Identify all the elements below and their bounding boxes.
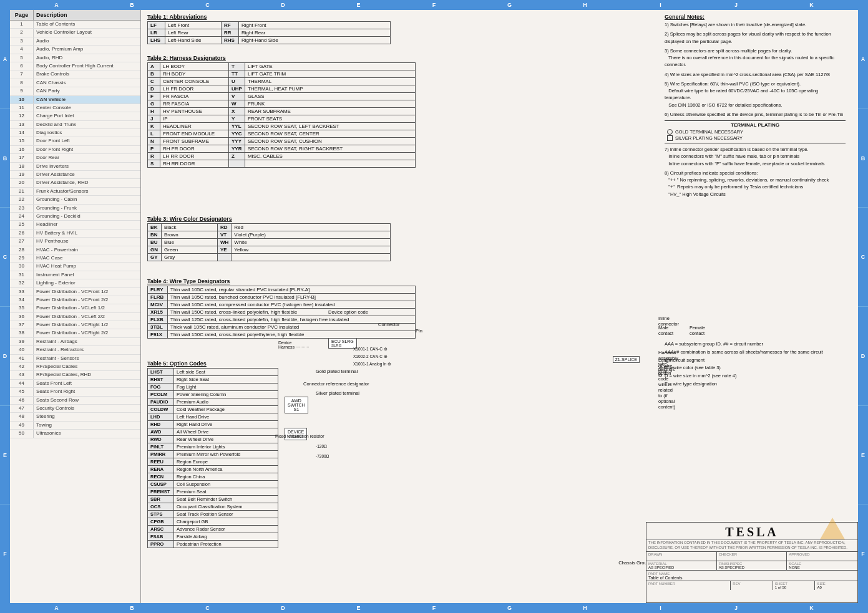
cell: AWD (148, 428, 174, 436)
col-label-j: J (698, 2, 774, 8)
wiring-diagram-area: Device option code Connector Pin Device … (278, 309, 658, 572)
tesla-title-block: TESLA THE INFORMATION CONTAINED IN THIS … (646, 522, 858, 603)
size-value: A0 (817, 586, 856, 589)
resistor-120: -120Ω (316, 444, 327, 448)
cell: C (148, 78, 160, 85)
toc-page-cell: 40 (10, 346, 34, 354)
cell: Chargeport GB (174, 518, 278, 526)
toc-col-desc-header: Description (34, 10, 140, 20)
cell: Right Side Seat (174, 376, 278, 384)
terminal-plating-title: TERMINAL PLATING (665, 122, 846, 128)
toc-page-cell: 31 (10, 271, 34, 279)
toc-page-cell: 22 (10, 196, 34, 203)
cell: YYY (229, 138, 245, 145)
right-side-labels: A B C D E F (858, 10, 868, 603)
table4-title: Table 4: Wire Type Designators (147, 278, 416, 284)
table3-title: Table 3: Wire Color Designators (147, 216, 391, 222)
table-row: R LH RR DOOR Z MISC. CABLES (148, 153, 416, 160)
toc-desc-cell: RF/Special Cables (34, 363, 140, 370)
toc-row: 2Vehicle Controller Layout (10, 29, 140, 37)
cell: UHP (229, 85, 245, 93)
cell: FLXB (148, 316, 168, 324)
cell: Premium Interior Lights (174, 443, 278, 451)
toc-row: 43RF/Special Cables, RHD (10, 371, 140, 379)
toc-body: 1Table of Contents2Vehicle Controller La… (10, 21, 140, 603)
toc-row: 28HVAC - Powertrain (10, 246, 140, 254)
table-row: PMIRR Premium Mirror with Powerfold (148, 451, 278, 458)
toc-row: 20Driver Assistance, RHD (10, 179, 140, 187)
right-side-label-e: E (858, 406, 868, 505)
col-label-g: G (472, 2, 547, 8)
col-label-f: F (396, 2, 472, 8)
table-row: LHD Left Hand Drive (148, 413, 278, 421)
toc-page-cell: 47 (10, 405, 34, 412)
toc-row: 17Door Rear (10, 154, 140, 162)
toc-page-cell: 36 (10, 313, 34, 321)
col-label-e: E (321, 2, 396, 8)
table-row: K HEADLINER YYL SECOND ROW SEAT, LEFT BA… (148, 123, 416, 130)
toc-page-cell: 39 (10, 338, 34, 345)
toc-desc-cell: Door Rear (34, 154, 140, 162)
toc-row: 48Steering (10, 413, 140, 421)
cell: 3TBL (148, 324, 168, 331)
note-5: 5) Wire Specification: 60V, thin-wall PV… (665, 80, 846, 109)
scale-cell: SCALE NONE (787, 561, 857, 570)
silver-plated-label: Silver plated terminal (316, 390, 359, 396)
cell: Power Steering Column (174, 391, 278, 398)
cell: RHST (148, 376, 174, 384)
table-row: C CENTER CONSOLE U THERMAL (148, 78, 416, 85)
cell: G (148, 100, 160, 108)
toc-col-page-header: Page (10, 10, 34, 20)
cell: U (229, 78, 245, 85)
toc-row: 36Power Distribution - VCLeft 2/2 (10, 313, 140, 321)
cell: Z (229, 153, 245, 160)
material-cell: MATERIAL AS SPECIFIED (646, 561, 717, 570)
cell: Left-Hand Side (165, 37, 222, 44)
table-row: RHD Right Hand Drive (148, 421, 278, 428)
cell: Blue (162, 239, 218, 246)
toc-page-cell: 20 (10, 179, 34, 186)
table-row: RENA Region North America (148, 466, 278, 473)
cell: XR15 (148, 309, 168, 316)
table-row: LHST Left side Seat (148, 369, 278, 376)
size-cell: SIZE A0 (815, 581, 857, 590)
vehicle-option-label: Vehicle option code wire is related to (… (658, 365, 675, 410)
table-row: ARSC Advance Radar Sensor (148, 526, 278, 533)
cell: LH BODY (160, 63, 229, 70)
cell: Left Rear (165, 29, 222, 37)
cell: PAUDIO (148, 398, 174, 406)
table-row: B RH BODY TT LIFT GATE TRIM (148, 70, 416, 78)
toc-page-cell: 44 (10, 380, 34, 387)
cell: Advance Radar Sensor (174, 526, 278, 533)
col-label-c: C (170, 2, 245, 8)
toc-row: 10CAN Vehicle (10, 96, 140, 104)
cell: GN (148, 246, 162, 254)
cell: THERMAL, HEAT PUMP (245, 85, 415, 93)
toc-row: 50Ultrasonics (10, 430, 140, 438)
toc-page-cell: 12 (10, 112, 34, 120)
table-row: BU Blue WH White (148, 239, 391, 246)
cell: X (229, 108, 245, 115)
table-row: LHS Left-Hand Side RHS Right-Hand Side (148, 37, 391, 44)
toc-row: 25Headliner (10, 221, 140, 229)
toc-desc-cell: Door Front Right (34, 146, 140, 153)
cell: SECOND ROW SEAT, CUSHION (245, 138, 415, 145)
toc-row: 13Decklid and Trunk (10, 121, 140, 129)
aaa-line-c: C = wire color (see table 3) (665, 364, 846, 372)
cell: L (148, 130, 160, 138)
table-row: STPS Seat Track Position Sensor (148, 511, 278, 518)
toc-row: 12Charge Port Inlet (10, 112, 140, 120)
cell: HEADLINER (160, 123, 229, 130)
cell: REAR SUBFRAME (245, 108, 415, 115)
cell: F91X (148, 331, 168, 339)
part-name-row: PART NAME Table of Contents (646, 570, 857, 581)
finish-cell: FINISH/SPEC AS SPECIFIED (717, 561, 788, 570)
table1: LF Left Front RF Right Front LR Left Rea… (147, 21, 391, 44)
side-label-a: A (0, 10, 10, 109)
table-row: MCIV Thin wall 105C rated, compressed co… (148, 301, 416, 309)
toc-desc-cell: Seats Front Right (34, 388, 140, 395)
toc-row: 34Power Distribution - VCFront 2/2 (10, 296, 140, 304)
cell: MCIV (148, 301, 168, 309)
toc-row: 38Power Distribution - VCRight 2/2 (10, 329, 140, 337)
toc-row: 40Restraint - Retractors (10, 346, 140, 354)
